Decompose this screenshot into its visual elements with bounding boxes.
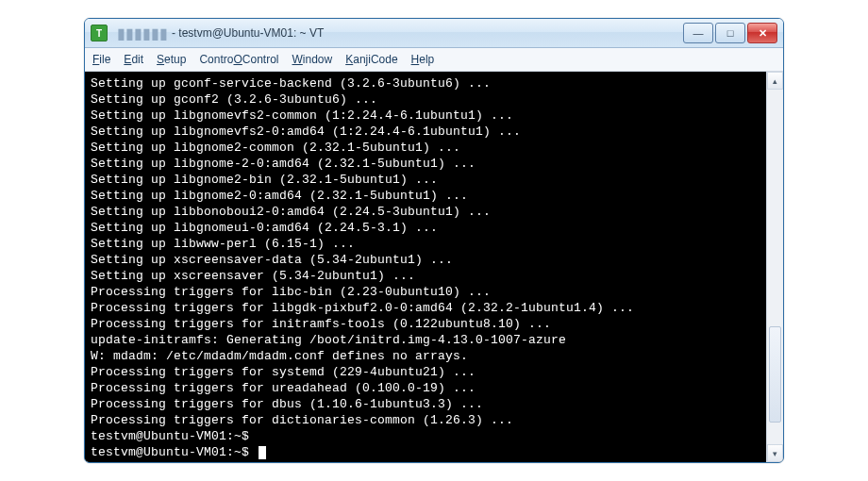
terminal-line: W: mdadm: /etc/mdadm/mdadm.conf defines … (91, 348, 760, 364)
window-title: - testvm@Ubuntu-VM01: ~ VT (172, 26, 324, 40)
terminal-line: Setting up libgnome2-common (2.32.1-5ubu… (91, 140, 760, 156)
menubar: File Edit Setup ControOControl Window Ka… (85, 48, 783, 72)
terminal-line: testvm@Ubuntu-VM01:~$ (91, 428, 760, 444)
terminal-line: Setting up xscreensaver-data (5.34-2ubun… (91, 252, 760, 268)
terminal-line: Setting up gconf2 (3.2.6-3ubuntu6) ... (91, 91, 760, 108)
maximize-button[interactable]: □ (715, 23, 745, 43)
menu-edit[interactable]: Edit (124, 53, 143, 66)
terminal-line: Setting up libgnomevfs2-0:amd64 (1:2.24.… (91, 124, 760, 140)
terminal-line: Setting up libwww-perl (6.15-1) ... (91, 236, 760, 252)
terminal-line: Setting up libgnome-2-0:amd64 (2.32.1-5u… (91, 156, 760, 172)
terminal-line: Setting up libgnome2-bin (2.32.1-5ubuntu… (91, 172, 760, 188)
terminal-line: Setting up libgnomevfs2-common (1:2.24.4… (91, 108, 760, 124)
scroll-down-button[interactable]: ▾ (767, 444, 783, 462)
titlebar[interactable]: T ▮▮▮▮▮▮ - testvm@Ubuntu-VM01: ~ VT — □ … (85, 19, 783, 48)
terminal-line: Setting up libbonoboui2-0:amd64 (2.24.5-… (91, 204, 760, 220)
scroll-up-button[interactable]: ▴ (767, 72, 783, 90)
scrollbar-thumb[interactable] (769, 326, 781, 423)
app-icon: T (91, 25, 108, 41)
terminal-line: Processing triggers for libgdk-pixbuf2.0… (91, 300, 760, 316)
terminal-line: update-initramfs: Generating /boot/initr… (91, 332, 760, 348)
menu-setup[interactable]: Setup (157, 53, 186, 66)
terminal-area: Setting up gconf-service-backend (3.2.6-… (85, 72, 783, 462)
window-controls: — □ ✕ (683, 23, 777, 43)
close-button[interactable]: ✕ (747, 23, 777, 43)
terminal-line: Setting up libgnomeui-0:amd64 (2.24.5-3.… (91, 220, 760, 236)
terminal-line: Processing triggers for dictionaries-com… (91, 412, 760, 428)
terminal-line: Setting up gconf-service-backend (3.2.6-… (91, 75, 760, 91)
app-window: T ▮▮▮▮▮▮ - testvm@Ubuntu-VM01: ~ VT — □ … (84, 18, 784, 463)
vertical-scrollbar[interactable]: ▴ ▾ (766, 72, 783, 462)
minimize-button[interactable]: — (683, 23, 713, 43)
menu-help[interactable]: Help (411, 53, 435, 66)
terminal-line: Setting up libgnome2-0:amd64 (2.32.1-5ub… (91, 188, 760, 204)
terminal-line: Processing triggers for dbus (1.10.6-1ub… (91, 396, 760, 412)
menu-window[interactable]: Window (292, 53, 333, 66)
title-blank: ▮▮▮▮▮▮ (117, 25, 168, 42)
terminal-line: Processing triggers for ureadahead (0.10… (91, 380, 760, 396)
menu-control[interactable]: ControOControl (199, 53, 278, 66)
cursor (259, 446, 266, 459)
terminal-line: Processing triggers for libc-bin (2.23-0… (91, 284, 760, 300)
menu-file[interactable]: File (92, 53, 110, 66)
terminal-line: testvm@Ubuntu-VM01:~$ (91, 444, 760, 460)
terminal-output[interactable]: Setting up gconf-service-backend (3.2.6-… (85, 72, 766, 462)
terminal-line: Processing triggers for initramfs-tools … (91, 316, 760, 332)
terminal-line: Processing triggers for systemd (229-4ub… (91, 364, 760, 380)
terminal-line: Setting up xscreensaver (5.34-2ubuntu1) … (91, 268, 760, 284)
menu-kanjicode[interactable]: KanjiCode (345, 53, 397, 66)
